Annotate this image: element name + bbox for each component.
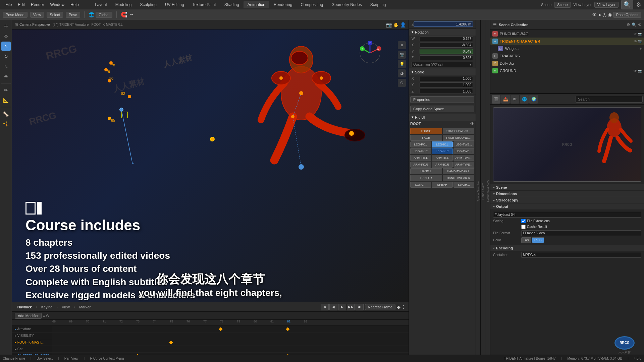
rig-leg-ik-l-btn[interactable]: LEG-IK.L [432,141,452,147]
outliner-item-punching-bag[interactable]: M PUNCHING-BAG 👁 📷 [490,30,644,38]
viewport-hand-icon[interactable]: ✋ [393,22,399,27]
w-value[interactable]: 0.197 [420,36,473,41]
tab-sculpting[interactable]: Sculpting [136,1,161,8]
tab-geometry[interactable]: Geometry Nodes [327,1,366,8]
prop-search-input[interactable] [576,96,643,103]
rig-swor-btn[interactable]: SWOR... [453,182,474,188]
sx-value[interactable]: 1.000 [420,76,473,81]
rotate-icon[interactable]: ↻ [1,52,11,61]
rig-hand-tweak-l-btn[interactable]: HAND-TWEAK.L [443,168,475,174]
viewport-camera-btn[interactable]: 📷 [398,51,406,59]
rig-leg-ik-r-btn[interactable]: LEG-IK.R [432,148,452,154]
prop-tab-scene[interactable]: 🌐 [520,95,529,104]
pose-options-btn[interactable]: Pose Options [613,12,641,18]
select-icon[interactable]: ↖ [1,42,11,51]
rig-arm-fk-l-btn[interactable]: ARM-FK.L [410,155,431,161]
global-btn[interactable]: Global [96,12,112,18]
y-value[interactable]: -0.049 [420,49,473,54]
container-value[interactable]: MPEG-4 [521,252,641,258]
tab-compositing[interactable]: Compositing [297,1,327,8]
viewport-background[interactable]: RRCG 人人素材 RRCG 人人素材 [12,29,409,302]
tab-uv[interactable]: UV Editing [161,1,188,8]
transform-icon[interactable]: ↔ [129,11,134,18]
mod-icon2[interactable]: ⊙ [46,313,49,318]
track-content-visibility[interactable] [52,333,409,339]
pose-icon[interactable]: 🤸 [1,119,11,129]
menu-file[interactable]: File [3,1,14,8]
wireframe-icon[interactable]: ◎ [602,12,606,17]
prop-tab-view[interactable]: 👁 [511,95,519,104]
rig-arm-fk-r-btn[interactable]: ARM-FK.R [410,162,431,168]
rig-arm-twe-r-btn[interactable]: ARM-TWE... [453,162,474,168]
filter-icon[interactable]: ⋮ [401,304,406,310]
add-modifier-btn[interactable]: Add Modifier [15,313,42,319]
visibility-toggle-5[interactable]: 👁 [634,69,637,73]
cursor-icon[interactable]: ✛ [1,21,11,31]
scale-icon[interactable]: ⤡ [1,62,11,71]
playback-btn[interactable]: Playback [15,304,34,310]
outliner-filter-icon[interactable]: ⚙ [627,22,630,27]
rig-torso-btn[interactable]: TORSO [410,128,442,134]
rig-arm-ik-l-btn[interactable]: ARM-IK.L [432,155,452,161]
render-toggle-5[interactable]: 📷 [638,69,642,73]
snap-icon[interactable]: 🧲 [121,11,127,18]
outliner-item-ground[interactable]: M GROUND 👁 📷 [490,67,644,74]
viewport-gizmo[interactable]: X Y Z [358,41,382,65]
rig-face-second-btn[interactable]: FACE-SECOND... [443,135,475,141]
rig-arm-ik-r-btn[interactable]: ARM-IK.R [432,162,452,168]
marker-btn[interactable]: Marker [77,304,93,310]
outliner-sync-icon[interactable]: ⟲ [638,22,641,27]
viewport-render-icon[interactable]: ◕ [398,69,406,77]
rig-ui-header[interactable]: ▾ Rig UI [409,114,476,121]
rig-arm-twe-l-btn[interactable]: ARM-TWE... [453,155,474,161]
bone-layers-label[interactable]: Bone Layers [481,183,485,200]
annotate-icon[interactable]: ✏ [1,85,11,95]
format-value[interactable]: FFmpeg Video [521,230,641,236]
rotation-header[interactable]: ▾ Rotation [409,28,476,36]
prop-tab-world[interactable]: 🌍 [529,95,538,104]
menu-render[interactable]: Render [28,1,47,8]
tab-modeling[interactable]: Modeling [111,1,136,8]
skip-start-btn[interactable]: ⏮ [321,304,329,310]
viewport-3d[interactable]: ⊞ Camera Perspective (84) TRIDENT-Armatu… [12,20,409,362]
keyframe-icon[interactable]: ◆ [397,304,400,310]
timeline-ruler[interactable]: 68 69 70 71 72 73 74 75 76 77 78 79 80 8… [12,320,409,326]
rgb-btn[interactable]: RGB [532,237,544,243]
bw-btn[interactable]: BW [521,237,531,243]
transform-icon[interactable]: ⊕ [1,72,11,81]
rig-spear-btn[interactable]: SPEAR [432,182,452,188]
measure-icon[interactable]: 📐 [1,96,11,105]
view-layer-selector[interactable]: View Layer [594,2,619,8]
file-ext-checkbox[interactable] [521,219,526,223]
scene-selector[interactable]: Scene [554,2,571,8]
root-visibility-icon[interactable]: 👁 [470,121,474,126]
viewport-overlay-btn[interactable]: ⊙ [398,79,406,87]
track-content-armature[interactable] [52,326,409,332]
rig-face-btn[interactable]: FACE [410,135,442,141]
outliner-item-dolly[interactable]: C Dolly Jig [490,60,644,67]
track-content-cat[interactable] [52,346,409,352]
copy-world-space-btn[interactable]: Copy World Space [410,106,474,112]
overlay-icon[interactable]: 👁 [592,12,597,17]
encoding-section-header[interactable]: ▾ Encoding [490,245,644,251]
tab-shading[interactable]: Shading [220,1,243,8]
rig-hand-r-btn[interactable]: HAND.R [410,175,442,181]
x-value[interactable]: -8.694 [420,43,473,48]
scene-section-header[interactable]: ▾ Scene [490,184,644,191]
tab-rendering[interactable]: Rendering [270,1,296,8]
shading-icon[interactable]: ● [598,12,601,17]
cache-checkbox[interactable] [521,225,526,229]
view-btn[interactable]: View [30,12,44,18]
prop-tab-output[interactable]: 📤 [501,95,510,104]
prop-tab-render[interactable]: 🎬 [492,95,500,104]
output-path-value[interactable]: //playblast-04- [493,212,641,218]
rig-long-btn[interactable]: LONG... [410,182,431,188]
viewport-eye-icon[interactable]: 👤 [400,22,406,27]
stereoscopy-section-header[interactable]: ▸ Stereoscopy [490,197,644,203]
rig-hand-l-btn[interactable]: HAND.L [410,168,442,174]
properties-btn[interactable]: Properties [410,96,474,103]
z-value-rot[interactable]: -0.696 [420,55,473,60]
output-section-header[interactable]: ▾ Output [490,203,644,210]
outliner-item-trident[interactable]: A TRIDENT-CHARACTER 👁 📷 [490,38,644,45]
nearest-frame-dropdown[interactable]: Nearest Frame [365,304,395,310]
